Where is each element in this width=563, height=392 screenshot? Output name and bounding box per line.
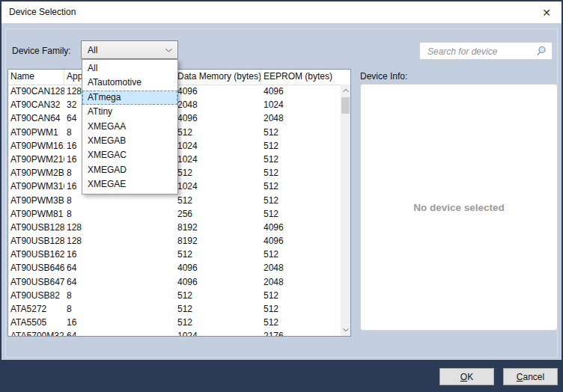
- table-cell: 512: [261, 248, 341, 261]
- table-cell: ATA5505: [8, 316, 64, 329]
- table-cell: 2048: [175, 98, 261, 111]
- device-family-label: Device Family:: [12, 46, 71, 56]
- table-cell: 512: [261, 153, 341, 166]
- table-cell: 8: [64, 194, 175, 207]
- table-cell: 512: [175, 126, 261, 139]
- table-cell: ATA5700M322: [8, 329, 64, 336]
- dropdown-option[interactable]: ATautomotive: [82, 76, 177, 90]
- table-row[interactable]: ATA5700M3226410242176: [8, 329, 341, 336]
- column-header-name[interactable]: Name: [8, 70, 64, 85]
- table-cell: ATA5272: [8, 302, 64, 316]
- table-cell: AT90PWM161: [8, 139, 64, 153]
- table-cell: AT90PWM316: [8, 180, 64, 193]
- table-cell: 64: [64, 329, 175, 336]
- no-device-selected-text: No device selected: [413, 202, 505, 213]
- table-cell: 8: [64, 302, 175, 316]
- ok-button[interactable]: OK: [439, 368, 494, 385]
- scrollbar-thumb[interactable]: [341, 97, 350, 114]
- table-cell: AT90PWM2B: [8, 166, 64, 180]
- device-family-dropdown-list[interactable]: AllATautomotiveATmegaATtinyXMEGAAXMEGABX…: [82, 59, 178, 195]
- table-cell: 512: [261, 302, 341, 316]
- table-row[interactable]: AT90USB128612881924096: [8, 221, 341, 234]
- table-cell: 512: [261, 207, 341, 221]
- table-cell: 512: [261, 126, 341, 139]
- table-cell: 16: [64, 248, 175, 261]
- table-cell: 1024: [175, 139, 261, 153]
- table-row[interactable]: AT90PWM818256512: [8, 207, 341, 221]
- device-family-combobox[interactable]: All: [81, 40, 178, 59]
- scroll-up-icon[interactable]: [341, 87, 350, 94]
- table-cell: 512: [261, 194, 341, 207]
- dropdown-option[interactable]: ATtiny: [82, 105, 177, 119]
- close-icon[interactable]: ✕: [539, 5, 554, 20]
- dropdown-option[interactable]: XMEGAA: [82, 120, 177, 134]
- dropdown-option[interactable]: XMEGAD: [82, 163, 177, 177]
- table-row[interactable]: AT90USB128712881924096: [8, 234, 341, 248]
- table-row[interactable]: AT90USB6476440962048: [8, 275, 341, 289]
- table-cell: 128: [64, 221, 175, 234]
- search-input[interactable]: [426, 43, 532, 60]
- table-cell: AT90USB1287: [8, 234, 64, 248]
- table-cell: 256: [175, 207, 261, 221]
- table-cell: 128: [64, 234, 175, 248]
- dropdown-option[interactable]: All: [82, 61, 177, 76]
- device-table-header: Name App Data Memory (bytes) EEPROM (byt…: [8, 70, 350, 85]
- table-cell: 512: [261, 139, 341, 153]
- table-cell: 512: [261, 180, 341, 193]
- table-cell: AT90PWM81: [8, 207, 64, 221]
- table-cell: AT90USB647: [8, 275, 64, 289]
- device-info-panel: No device selected: [360, 84, 558, 331]
- table-cell: 512: [175, 302, 261, 316]
- table-cell: 4096: [175, 85, 261, 98]
- table-cell: 512: [261, 316, 341, 329]
- table-cell: AT90PWM1: [8, 126, 64, 139]
- search-box[interactable]: [419, 42, 553, 60]
- table-cell: 2176: [261, 329, 341, 336]
- dropdown-option[interactable]: XMEGAE: [82, 177, 177, 192]
- device-info-label: Device Info:: [360, 71, 407, 82]
- table-cell: 512: [175, 166, 261, 180]
- table-cell: AT90CAN128: [8, 85, 64, 98]
- table-cell: 64: [64, 275, 175, 289]
- table-cell: 1024: [175, 180, 261, 193]
- cancel-button[interactable]: Cancel: [503, 368, 558, 385]
- title-bar[interactable]: Device Selection ✕: [1, 1, 562, 23]
- table-row[interactable]: AT90USB828512512: [8, 289, 341, 302]
- dropdown-option[interactable]: XMEGAC: [82, 148, 177, 162]
- table-cell: 4096: [261, 85, 341, 98]
- dropdown-option[interactable]: XMEGAB: [82, 134, 177, 148]
- table-row[interactable]: AT90USB6466440962048: [8, 261, 341, 275]
- table-row[interactable]: ATA52728512512: [8, 302, 341, 316]
- table-cell: 4096: [175, 261, 261, 275]
- table-cell: 512: [175, 248, 261, 261]
- table-cell: 16: [64, 316, 175, 329]
- table-cell: 4096: [261, 234, 341, 248]
- search-icon[interactable]: [535, 45, 547, 57]
- table-row[interactable]: ATA550516512512: [8, 316, 341, 329]
- vertical-scrollbar[interactable]: [341, 85, 350, 336]
- device-table: Name App Data Memory (bytes) EEPROM (byt…: [7, 69, 351, 337]
- dropdown-option[interactable]: ATmega: [82, 91, 177, 105]
- table-cell: 4096: [175, 275, 261, 289]
- table-cell: AT90CAN64: [8, 111, 64, 125]
- table-cell: AT90CAN32: [8, 98, 64, 111]
- table-cell: 8192: [175, 234, 261, 248]
- table-cell: 8: [64, 289, 175, 302]
- table-row[interactable]: AT90USB16216512512: [8, 248, 341, 261]
- table-cell: 512: [261, 289, 341, 302]
- table-cell: 512: [175, 194, 261, 207]
- table-cell: 2048: [261, 111, 341, 125]
- dialog-title: Device Selection: [9, 7, 76, 17]
- table-cell: 1024: [175, 329, 261, 336]
- table-cell: 1024: [175, 153, 261, 166]
- table-cell: 4096: [261, 221, 341, 234]
- device-family-selected-value: All: [88, 45, 97, 55]
- scroll-down-icon[interactable]: [341, 326, 350, 334]
- table-cell: AT90USB82: [8, 289, 64, 302]
- table-row[interactable]: AT90PWM3B8512512: [8, 194, 341, 207]
- table-cell: 2048: [261, 275, 341, 289]
- table-cell: 8192: [175, 221, 261, 234]
- table-cell: 1024: [261, 98, 341, 111]
- column-header-eeprom[interactable]: EEPROM (bytes): [261, 70, 341, 85]
- column-header-data-memory[interactable]: Data Memory (bytes): [175, 70, 261, 85]
